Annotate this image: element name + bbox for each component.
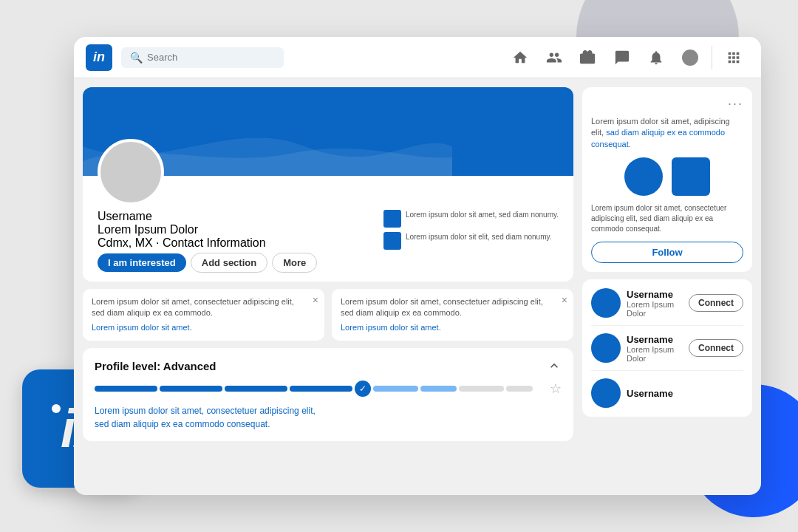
profile-side-info: Lorem ipsum dolor sit amet, sed diam non… [383,210,559,254]
search-icon: 🔍 [130,52,143,64]
promo-shapes [591,157,743,196]
promo-square-shape [672,157,710,196]
info-icon-1 [383,210,401,228]
person-row-0: Username Lorem Ipsum Dolor Connect [591,288,743,318]
card-close-0[interactable]: × [313,293,318,308]
profile-location: Cdmx, MX · Contact Information [98,236,317,250]
nav-home-button[interactable] [505,47,536,69]
card-item-1: × Lorem ipsum dolor sit amet, consectetu… [332,289,573,341]
info-text-1: Lorem ipsum dolor sit amet, sed diam non… [406,210,559,219]
prog-seg-1 [95,386,157,392]
person-avatar-0 [591,288,621,318]
card-text-1: Lorem ipsum dolor sit amet, consectetuer… [341,296,565,319]
profile-info: Username Lorem Ipsum Dolor Cdmx, MX · Co… [83,205,573,282]
person-info-2: Username [627,388,743,399]
people-card: Username Lorem Ipsum Dolor Connect Usern… [582,279,752,417]
info-text-2: Lorem ipsum dolor sit elit, sed diam non… [406,232,552,242]
progress-bar: ✓ [95,381,544,397]
profile-subtitle: Lorem Ipsum Dolor [98,223,317,236]
navbar: in 🔍 [74,37,761,78]
person-info-1: Username Lorem Ipsum Dolor [627,334,683,363]
cards-row: × Lorem ipsum dolor sit amet, consectetu… [83,289,573,341]
person-name-2: Username [627,388,743,399]
profile-username: Username [98,210,317,223]
person-avatar-2 [591,378,621,408]
more-button[interactable]: More [272,253,317,273]
contact-info-link[interactable]: Contact Information [163,236,266,249]
profile-level-card: Profile level: Advanced ✓ [83,348,573,441]
follow-button[interactable]: Follow [591,242,743,263]
profile-card: Username Lorem Ipsum Dolor Cdmx, MX · Co… [83,87,573,282]
nav-jobs-button[interactable] [573,47,604,69]
star-icon[interactable]: ☆ [550,381,562,397]
profile-actions: I am interested Add section More [98,253,317,273]
promo-card: ··· Lorem ipsum dolor sit amet, adipisci… [582,87,752,272]
person-subtitle-1: Lorem Ipsum Dolor [627,345,683,363]
person-info-0: Username Lorem Ipsum Dolor [627,289,683,318]
prog-seg-7 [459,386,504,392]
person-subtitle-0: Lorem Ipsum Dolor [627,300,683,318]
grid-icon [726,50,742,66]
nav-messages-button[interactable] [607,47,638,69]
level-title: Profile level: Advanced [95,360,216,372]
add-section-button[interactable]: Add section [191,253,267,273]
info-block-2: Lorem ipsum dolor sit elit, sed diam non… [383,232,559,250]
nav-network-button[interactable] [539,47,570,69]
prog-seg-8 [506,386,533,392]
profile-avatar-container [98,139,164,205]
card-link-1[interactable]: Lorem ipsum dolor sit amet. [341,322,565,333]
card-text-0: Lorem ipsum dolor sit amet, consectetuer… [92,296,316,319]
search-input[interactable] [147,52,265,63]
promo-desc-text: Lorem ipsum dolor sit amet, consectetuer… [591,203,743,234]
messages-icon [614,50,630,66]
person-divider-0 [591,325,743,326]
promo-dots-menu[interactable]: ··· [728,96,743,112]
profile-section: Username Lorem Ipsum Dolor Cdmx, MX · Co… [83,87,573,486]
chevron-up-icon [547,358,562,373]
navbar-linkedin-logo: in [86,44,112,71]
nav-icons [505,46,749,69]
level-header: Profile level: Advanced [95,358,562,373]
nav-divider [712,46,712,69]
card-link-0[interactable]: Lorem ipsum dolor sit amet. [92,322,316,333]
nav-notifications-button[interactable] [641,47,672,69]
profile-text: Username Lorem Ipsum Dolor Cdmx, MX · Co… [98,210,317,273]
progress-check: ✓ [355,381,371,397]
card-item-0: × Lorem ipsum dolor sit amet, consectetu… [83,289,324,341]
home-icon [512,50,528,66]
nav-avatar [682,50,698,66]
nav-apps-button[interactable] [718,47,749,69]
promo-intro-text: Lorem ipsum dolor sit amet, adipiscing e… [591,116,743,150]
prog-seg-4 [290,386,352,392]
right-sidebar: ··· Lorem ipsum dolor sit amet, adipisci… [582,87,752,486]
network-icon [546,50,562,66]
search-bar[interactable]: 🔍 [121,47,284,68]
promo-circle-shape [624,157,663,196]
person-row-2: Username [591,378,743,408]
browser-window: in 🔍 [74,37,761,495]
connect-button-0[interactable]: Connect [689,294,743,312]
person-row-1: Username Lorem Ipsum Dolor Connect [591,333,743,363]
info-block-1: Lorem ipsum dolor sit amet, sed diam non… [383,210,559,228]
person-name-1: Username [627,334,683,345]
prog-seg-3 [225,386,287,392]
card-close-1[interactable]: × [562,293,567,308]
prog-seg-5 [373,386,418,392]
main-content: Username Lorem Ipsum Dolor Cdmx, MX · Co… [74,78,761,495]
prog-seg-2 [160,386,222,392]
person-avatar-1 [591,333,621,363]
person-name-0: Username [627,289,683,300]
level-description: Lorem ipsum dolor sit amet, consectetuer… [95,404,562,431]
connect-button-1[interactable]: Connect [689,339,743,357]
person-divider-1 [591,370,743,371]
nav-profile-button[interactable] [675,47,706,69]
profile-avatar [98,139,164,205]
info-icon-2 [383,232,401,250]
bell-icon [648,50,664,66]
progress-container: ✓ ☆ [95,381,562,397]
prog-seg-6 [420,386,457,392]
interested-button[interactable]: I am interested [98,253,186,272]
promo-card-header: ··· [591,96,743,112]
jobs-icon [580,50,596,66]
